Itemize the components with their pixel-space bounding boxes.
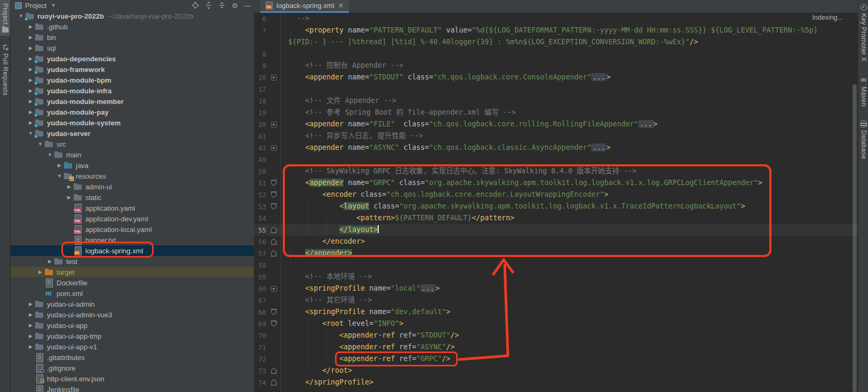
tree-item-yudao-server[interactable]: ▼yudao-server [11, 128, 254, 139]
locate-file-icon[interactable] [192, 2, 199, 9]
tree-chevron-icon[interactable]: ▶ [27, 301, 35, 307]
gutter-fold[interactable]: + [268, 145, 280, 151]
tree-chevron-icon[interactable]: ▶ [27, 109, 35, 115]
code-line-52[interactable]: 52 <encoder class="ch.qos.logback.core.e… [254, 189, 858, 201]
tree-item-admin-ui[interactable]: ▶admin-ui [11, 181, 254, 192]
gutter-fold[interactable] [268, 367, 280, 374]
tree-chevron-icon[interactable]: ▶ [36, 269, 44, 275]
gutter-fold[interactable] [268, 180, 280, 186]
code-line-60[interactable]: 60+ <springProfile name="local"...> [254, 283, 858, 294]
code-line-58[interactable]: 58 [254, 259, 858, 271]
tree-chevron-icon[interactable]: ▶ [65, 195, 73, 200]
code-line-54[interactable]: 54 <pattern>${PATTERN_DEFAULT}</pattern> [254, 212, 858, 224]
gutter-fold[interactable]: + [268, 75, 280, 81]
tree-item-application-yaml[interactable]: YMLapplication.yaml [11, 203, 254, 213]
tree-item-http-client-env-json[interactable]: {}http-client.env.json [11, 373, 254, 384]
gutter-fold[interactable]: + [268, 286, 280, 292]
tree-chevron-icon[interactable]: ▶ [27, 120, 35, 125]
tree-item-yudao-ui-app[interactable]: ▶yudao-ui-app [11, 320, 254, 331]
code-line-57[interactable]: 57 </appender> [254, 247, 858, 259]
tree-item-test[interactable]: ▶test [11, 256, 254, 267]
code-line-19[interactable]: 19 <!-- 参考 Spring Boot 的 file-appender.x… [254, 107, 858, 118]
tree-item--github[interactable]: ▶.github [11, 21, 254, 32]
tree-item-ruoyi-vue-pro-2022b[interactable]: ▼ruoyi-vue-pro-2022b~/Java/ruoyi-vue-pro… [11, 11, 254, 21]
tree-item-application-dev-yaml[interactable]: YMLapplication-dev.yaml [11, 213, 254, 224]
tree-item--gitignore[interactable]: .gitignore [11, 363, 254, 373]
editor-tab-logback-spring[interactable]: <> logback-spring.xml ✕ [260, 0, 349, 13]
editor-scrollbar[interactable] [853, 84, 857, 392]
tree-item-bin[interactable]: ▶bin [11, 32, 254, 43]
tree-item-src[interactable]: ▼src [11, 139, 254, 149]
tree-item-yudao-ui-admin-vue3[interactable]: ▶yudao-ui-admin-vue3 [11, 309, 254, 320]
code-line-42[interactable]: 42+ <appender name="ASYNC" class="ch.qos… [254, 142, 858, 154]
code-line-10[interactable]: 10+ <appender name="STDOUT" class="ch.qo… [254, 71, 858, 83]
tree-chevron-icon[interactable]: ▶ [27, 24, 35, 29]
gutter-fold[interactable] [268, 227, 280, 233]
gutter-fold[interactable] [268, 379, 280, 386]
tree-item-yudao-module-system[interactable]: ▶yudao-module-system [11, 117, 254, 128]
tool-button-pull-requests[interactable]: Pull Requests [0, 41, 10, 99]
code-line-74[interactable]: 74 </springProfile> [254, 377, 858, 388]
code-line-68[interactable]: 68 <springProfile name="dev,default"> [254, 306, 858, 318]
tool-button-maven[interactable]: m Maven [858, 72, 868, 110]
gutter-fold[interactable] [268, 321, 280, 327]
tree-chevron-icon[interactable]: ▼ [27, 131, 35, 136]
tree-item-pom-xml[interactable]: pom.xml [11, 288, 254, 299]
tree-item-yudao-framework[interactable]: ▶yudao-framework [11, 64, 254, 75]
settings-gear-icon[interactable]: ⚙ [232, 2, 238, 9]
tree-item-application-local-yaml[interactable]: YMLapplication-local.yaml [11, 224, 254, 235]
tree-item--gitattributes[interactable]: .gitattributes [11, 352, 254, 363]
code-line-41[interactable]: 41 <!-- 异步写入日志, 提升性能 --> [254, 130, 858, 142]
tree-item-target[interactable]: ▶target [11, 267, 254, 277]
code-line-73[interactable]: 73 </root> [254, 365, 858, 377]
tool-button-project[interactable]: Project [0, 0, 10, 36]
gutter-fold[interactable] [268, 309, 280, 315]
tree-item-static[interactable]: ▶static [11, 192, 254, 203]
code-line-72[interactable]: 72 <appender-ref ref="GRPC"/> [254, 353, 858, 365]
tree-chevron-icon[interactable]: ▶ [46, 259, 54, 264]
code-line-50[interactable]: 50 <!-- SkyWalking GRPC 日志收集, 实现日志中心。注意:… [254, 165, 858, 177]
tree-item-banner-txt[interactable]: banner.txt [11, 235, 254, 245]
code-line-67[interactable]: 67 <!-- 其它环境 --> [254, 294, 858, 306]
code-line-wrap[interactable]: ${PID:- } --- [%thread] [%tid] %-40.40lo… [254, 36, 858, 48]
tree-chevron-icon[interactable]: ▶ [27, 67, 35, 72]
code-line-56[interactable]: 56 </encoder> [254, 236, 858, 247]
code-line-59[interactable]: 59 <!-- 本地环境 --> [254, 271, 858, 283]
tree-chevron-icon[interactable]: ▶ [27, 88, 35, 93]
tree-chevron-icon[interactable]: ▶ [27, 56, 35, 61]
close-tab-icon[interactable]: ✕ [338, 2, 344, 9]
tree-item-main[interactable]: ▼main [11, 149, 254, 160]
tree-chevron-icon[interactable]: ▼ [46, 152, 54, 157]
collapse-all-icon[interactable] [218, 2, 226, 9]
gutter-fold[interactable]: + [268, 122, 280, 127]
code-line-49[interactable]: 49 [254, 154, 858, 165]
tree-chevron-icon[interactable]: ▶ [27, 35, 35, 40]
code-line-7[interactable]: 7 <property name="PATTERN_DEFAULT" value… [254, 25, 858, 36]
tree-item-yudao-dependencies[interactable]: ▶yudao-dependencies [11, 53, 254, 64]
code-line-17[interactable]: 17 [254, 83, 858, 95]
tree-chevron-icon[interactable]: ▼ [36, 141, 44, 147]
gutter-fold[interactable] [268, 238, 280, 245]
tree-chevron-icon[interactable]: ▶ [27, 77, 35, 83]
tree-chevron-icon[interactable]: ▶ [27, 312, 35, 317]
tree-item-yudao-module-member[interactable]: ▶yudao-module-member [11, 96, 254, 107]
tree-item-sql[interactable]: ▶sql [11, 43, 254, 53]
project-panel-title[interactable]: Project [25, 2, 46, 10]
code-line-55[interactable]: 55 </layout> [254, 224, 858, 236]
code-line-9[interactable]: 9 <!-- 控制台 Appender --> [254, 60, 858, 71]
gutter-fold[interactable] [268, 203, 280, 210]
tree-item-yudao-ui-app-tmp[interactable]: ▶yudao-ui-app-tmp [11, 331, 254, 341]
tool-button-database[interactable]: Database [858, 117, 868, 163]
gutter-fold[interactable] [268, 250, 280, 257]
tree-chevron-icon[interactable]: ▶ [27, 323, 35, 328]
code-line-51[interactable]: 51 <appender name="GRPC" class="org.apac… [254, 177, 858, 189]
tree-item-logback-spring-xml[interactable]: <>logback-spring.xml [11, 245, 254, 256]
tree-item-jenkinsfile[interactable]: Jenkinsfile [11, 384, 254, 392]
code-line-71[interactable]: 71 <appender-ref ref="ASYNC"/> [254, 341, 858, 353]
tree-chevron-icon[interactable]: ▶ [65, 184, 73, 189]
gutter-fold[interactable] [268, 191, 280, 198]
tree-chevron-icon[interactable]: ▶ [27, 45, 35, 51]
tree-chevron-icon[interactable]: ▶ [27, 99, 35, 104]
tree-item-java[interactable]: ▶java [11, 160, 254, 171]
code-line-69[interactable]: 69 <root level="INFO"> [254, 318, 858, 330]
